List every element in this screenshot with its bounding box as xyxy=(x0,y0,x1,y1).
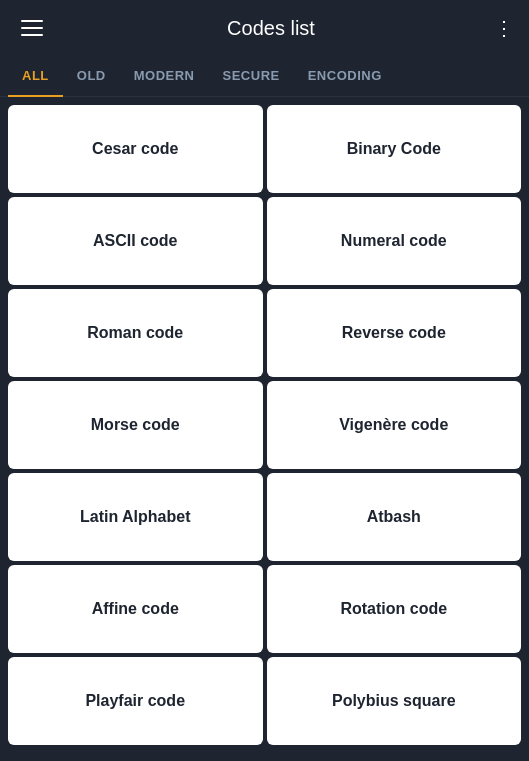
code-label: Vigenère code xyxy=(339,415,448,436)
code-label: Polybius square xyxy=(332,691,456,712)
code-label: Reverse code xyxy=(342,323,446,344)
code-label: Latin Alphabet xyxy=(80,507,191,528)
code-item-affine[interactable]: Affine code xyxy=(8,565,263,653)
code-label: Atbash xyxy=(367,507,421,528)
page-title: Codes list xyxy=(48,17,494,40)
code-item-rotation[interactable]: Rotation code xyxy=(267,565,522,653)
code-label: ASCII code xyxy=(93,231,177,252)
code-item-playfair[interactable]: Playfair code xyxy=(8,657,263,745)
hamburger-icon xyxy=(21,27,43,29)
menu-button[interactable] xyxy=(16,12,48,44)
code-item-atbash[interactable]: Atbash xyxy=(267,473,522,561)
hamburger-icon xyxy=(21,34,43,36)
code-item-reverse[interactable]: Reverse code xyxy=(267,289,522,377)
code-item-numeral[interactable]: Numeral code xyxy=(267,197,522,285)
code-item-latin[interactable]: Latin Alphabet xyxy=(8,473,263,561)
code-label: Cesar code xyxy=(92,139,178,160)
code-item-roman[interactable]: Roman code xyxy=(8,289,263,377)
code-item-cesar[interactable]: Cesar code xyxy=(8,105,263,193)
code-label: Playfair code xyxy=(85,691,185,712)
codes-grid: Cesar code Binary Code ASCII code Numera… xyxy=(0,97,529,753)
code-item-binary[interactable]: Binary Code xyxy=(267,105,522,193)
code-item-ascii[interactable]: ASCII code xyxy=(8,197,263,285)
tab-all[interactable]: ALL xyxy=(8,56,63,97)
more-options-button[interactable]: ⋮ xyxy=(494,16,513,40)
hamburger-icon xyxy=(21,20,43,22)
tab-encoding[interactable]: ENCODING xyxy=(294,56,396,97)
app-header: Codes list ⋮ xyxy=(0,0,529,56)
code-label: Morse code xyxy=(91,415,180,436)
code-label: Roman code xyxy=(87,323,183,344)
tab-modern[interactable]: MODERN xyxy=(120,56,209,97)
code-label: Numeral code xyxy=(341,231,447,252)
code-label: Rotation code xyxy=(340,599,447,620)
tab-secure[interactable]: SECURE xyxy=(209,56,294,97)
tab-old[interactable]: OLD xyxy=(63,56,120,97)
code-label: Affine code xyxy=(92,599,179,620)
code-label: Binary Code xyxy=(347,139,441,160)
code-item-polybius[interactable]: Polybius square xyxy=(267,657,522,745)
code-item-morse[interactable]: Morse code xyxy=(8,381,263,469)
code-item-vigenere[interactable]: Vigenère code xyxy=(267,381,522,469)
filter-tabs: ALL OLD MODERN SECURE ENCODING xyxy=(0,56,529,97)
